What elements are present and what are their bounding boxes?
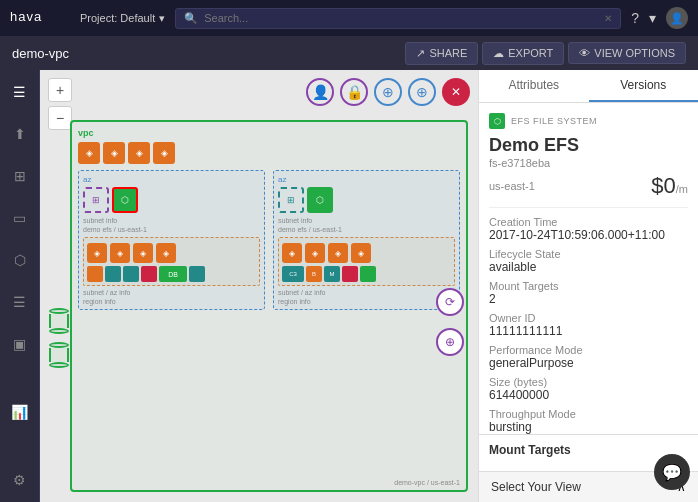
s5[interactable]: DB: [159, 266, 187, 282]
canvas-toolbar: 👤 🔒 ⊕ ⊕ ✕: [306, 78, 470, 106]
s6[interactable]: [189, 266, 205, 282]
s2[interactable]: [105, 266, 121, 282]
view-options-button[interactable]: 👁 VIEW OPTIONS: [568, 42, 686, 64]
search-clear-icon[interactable]: ✕: [604, 13, 612, 24]
s7[interactable]: C3: [282, 266, 304, 282]
price-display: $0/m: [651, 173, 688, 199]
search-input[interactable]: [204, 12, 598, 24]
resource-icon-2[interactable]: ◈: [103, 142, 125, 164]
s9[interactable]: M: [324, 266, 340, 282]
attr-value-size: 614400000: [489, 388, 688, 402]
ec2-5[interactable]: ◈: [282, 243, 302, 263]
attr-label-owner: Owner ID: [489, 312, 688, 324]
attr-label-size: Size (bytes): [489, 376, 688, 388]
ec2-2[interactable]: ◈: [110, 243, 130, 263]
avatar-icon[interactable]: 👤: [666, 7, 688, 29]
share-icon: ↗: [416, 47, 425, 60]
zoom-in-button[interactable]: +: [48, 78, 72, 102]
select-view-text: Select Your View: [491, 480, 581, 494]
export-icon: ☁: [493, 47, 504, 60]
sidebar-item-chart[interactable]: 📊: [6, 398, 34, 426]
toolbar-lock-icon[interactable]: 🔒: [340, 78, 368, 106]
az1-sub-label: demo efs / us-east-1: [83, 226, 260, 233]
search-icon: 🔍: [184, 12, 198, 25]
az2-sub-label: demo efs / us-east-1: [278, 226, 455, 233]
s10[interactable]: [342, 266, 358, 282]
resource-type-label: EFS FILE SYSTEM: [511, 116, 597, 126]
resource-icon-3[interactable]: ◈: [128, 142, 150, 164]
sidebar-item-network[interactable]: ⬡: [6, 246, 34, 274]
share-button[interactable]: ↗ SHARE: [405, 42, 478, 65]
attr-label-throughput: Throughput Mode: [489, 408, 688, 420]
toolbar-add2-icon[interactable]: ⊕: [408, 78, 436, 106]
ec2-7[interactable]: ◈: [328, 243, 348, 263]
efs-connector-1[interactable]: ⟳: [436, 288, 464, 316]
sidebar-item-settings[interactable]: ⚙: [6, 466, 34, 494]
efs-connector-2[interactable]: ⊕: [436, 328, 464, 356]
export-button[interactable]: ☁ EXPORT: [482, 42, 564, 65]
s4[interactable]: [141, 266, 157, 282]
s11[interactable]: [360, 266, 376, 282]
attr-throughput: Throughput Mode bursting: [489, 408, 688, 434]
zoom-controls: + −: [48, 78, 72, 130]
sidebar-item-menu[interactable]: ☰: [6, 78, 34, 106]
resource-type-icon: ⬡: [489, 113, 505, 129]
subnet1-label: subnet / az info: [83, 289, 260, 296]
attr-creation-time: Creation Time 2017-10-24T10:59:06.000+11…: [489, 216, 688, 242]
s3[interactable]: [123, 266, 139, 282]
sidebar-item-square[interactable]: ▣: [6, 330, 34, 358]
page-title: demo-vpc: [12, 46, 401, 61]
subnet2-sub: region info: [278, 298, 455, 305]
s1[interactable]: [87, 266, 103, 282]
toolbar-delete-icon[interactable]: ✕: [442, 78, 470, 106]
attr-lifecycle: Lifecycle State available: [489, 248, 688, 274]
igw-icon-2[interactable]: ⊞: [278, 187, 304, 213]
ec2-1[interactable]: ◈: [87, 243, 107, 263]
project-label: Project: Default: [80, 12, 155, 24]
attr-value-owner: 11111111111: [489, 324, 688, 338]
price-value: $0: [651, 173, 675, 198]
price-unit: /m: [676, 183, 688, 195]
storage-icon-2[interactable]: [48, 342, 70, 370]
chat-button[interactable]: 💬: [654, 454, 690, 490]
sidebar: ☰ ⬆ ⊞ ▭ ⬡ ☰ ▣ 📊 ⚙: [0, 70, 40, 502]
s8[interactable]: B: [306, 266, 322, 282]
bottom-label: demo-vpc / us-east-1: [394, 479, 460, 486]
attr-value-creation: 2017-10-24T10:59:06.000+11:00: [489, 228, 688, 242]
sidebar-item-upload[interactable]: ⬆: [6, 120, 34, 148]
igw-icon-1[interactable]: ⊞: [83, 187, 109, 213]
attr-performance: Performance Mode generalPurpose: [489, 344, 688, 370]
az-label-2: az: [278, 175, 455, 184]
sidebar-item-grid[interactable]: ⊞: [6, 162, 34, 190]
ec2-4[interactable]: ◈: [156, 243, 176, 263]
panel-content: ⬡ EFS FILE SYSTEM Demo EFS fs-e3718eba u…: [479, 103, 698, 434]
nav-bar: demo-vpc ↗ SHARE ☁ EXPORT 👁 VIEW OPTIONS: [0, 36, 698, 70]
canvas-area[interactable]: + − 👤 🔒 ⊕ ⊕ ✕ vpc ◈ ◈ ◈ ◈: [40, 70, 478, 502]
tab-versions[interactable]: Versions: [589, 70, 699, 102]
public-subnet-1: ◈ ◈ ◈ ◈ DB: [83, 237, 260, 286]
resource-icon-1[interactable]: ◈: [78, 142, 100, 164]
user-menu-icon[interactable]: ▾: [649, 10, 656, 26]
resource-icon-4[interactable]: ◈: [153, 142, 175, 164]
search-bar: 🔍 ✕: [175, 8, 621, 29]
resource-id: fs-e3718eba: [489, 157, 688, 169]
help-icon[interactable]: ?: [631, 10, 639, 26]
tab-attributes[interactable]: Attributes: [479, 70, 589, 102]
toolbar-user-icon[interactable]: 👤: [306, 78, 334, 106]
zoom-out-button[interactable]: −: [48, 106, 72, 130]
sidebar-item-list[interactable]: ☰: [6, 288, 34, 316]
efs-icon-2[interactable]: ⬡: [307, 187, 333, 213]
toolbar-add-icon[interactable]: ⊕: [374, 78, 402, 106]
sidebar-item-monitor[interactable]: ▭: [6, 204, 34, 232]
ec2-8[interactable]: ◈: [351, 243, 371, 263]
project-selector[interactable]: Project: Default ▾: [80, 12, 165, 25]
efs-icon-1[interactable]: ⬡: [112, 187, 138, 213]
storage-icon-1[interactable]: [48, 308, 70, 336]
az-box-1: az ⊞ ⬡ subnet info demo efs / us-east-1 …: [78, 170, 265, 310]
ec2-6[interactable]: ◈: [305, 243, 325, 263]
vpc-diagram: vpc ◈ ◈ ◈ ◈ az ⊞ ⬡ subnet info demo: [70, 120, 468, 492]
mount-targets-label: Mount Targets: [489, 443, 688, 457]
vpc-label: vpc: [78, 128, 460, 138]
attr-label-performance: Performance Mode: [489, 344, 688, 356]
ec2-3[interactable]: ◈: [133, 243, 153, 263]
